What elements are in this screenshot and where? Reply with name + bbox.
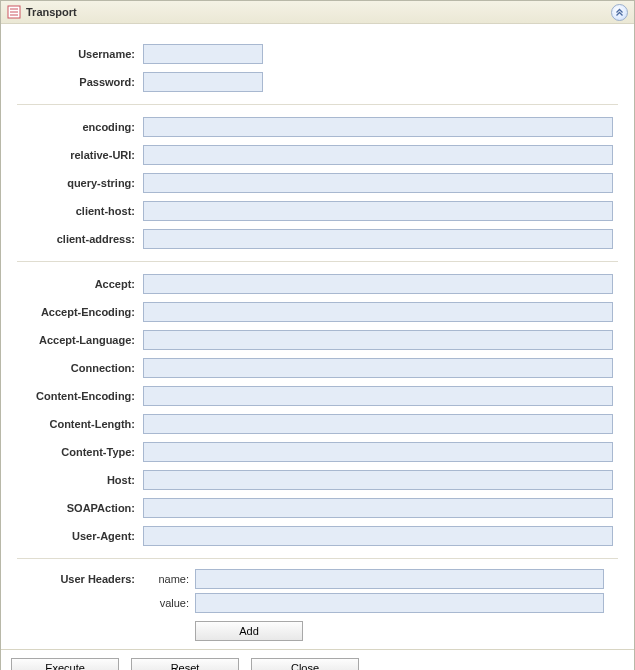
- client-host-label: client-host:: [11, 205, 143, 217]
- transport-panel: Transport Username: Password: encoding: …: [0, 0, 635, 670]
- password-input[interactable]: [143, 72, 263, 92]
- accept-label: Accept:: [11, 278, 143, 290]
- user-agent-label: User-Agent:: [11, 530, 143, 542]
- user-headers-label: User Headers:: [11, 569, 143, 641]
- content-encoding-input[interactable]: [143, 386, 613, 406]
- content-length-input[interactable]: [143, 414, 613, 434]
- soap-action-label: SOAPAction:: [11, 502, 143, 514]
- client-host-input[interactable]: [143, 201, 613, 221]
- query-string-label: query-string:: [11, 177, 143, 189]
- accept-encoding-input[interactable]: [143, 302, 613, 322]
- username-input[interactable]: [143, 44, 263, 64]
- accept-input[interactable]: [143, 274, 613, 294]
- panel-title: Transport: [26, 6, 611, 18]
- client-address-label: client-address:: [11, 233, 143, 245]
- content-type-label: Content-Type:: [11, 446, 143, 458]
- content-type-input[interactable]: [143, 442, 613, 462]
- soap-action-input[interactable]: [143, 498, 613, 518]
- panel-header: Transport: [1, 1, 634, 24]
- panel-body: Username: Password: encoding: relative-U…: [1, 24, 634, 649]
- content-encoding-label: Content-Encoding:: [11, 390, 143, 402]
- username-label: Username:: [11, 48, 143, 60]
- relative-uri-input[interactable]: [143, 145, 613, 165]
- user-header-name-label: name:: [143, 573, 195, 585]
- query-string-input[interactable]: [143, 173, 613, 193]
- user-agent-input[interactable]: [143, 526, 613, 546]
- execute-button[interactable]: Execute: [11, 658, 119, 670]
- divider: [17, 261, 618, 262]
- bottom-toolbar: Execute Reset Close: [1, 649, 634, 670]
- connection-input[interactable]: [143, 358, 613, 378]
- connection-label: Connection:: [11, 362, 143, 374]
- accept-language-label: Accept-Language:: [11, 334, 143, 346]
- add-button[interactable]: Add: [195, 621, 303, 641]
- user-header-name-input[interactable]: [195, 569, 604, 589]
- password-label: Password:: [11, 76, 143, 88]
- host-label: Host:: [11, 474, 143, 486]
- user-header-value-input[interactable]: [195, 593, 604, 613]
- accept-encoding-label: Accept-Encoding:: [11, 306, 143, 318]
- transport-icon: [7, 5, 21, 19]
- relative-uri-label: relative-URI:: [11, 149, 143, 161]
- user-header-value-label: value:: [143, 597, 195, 609]
- reset-button[interactable]: Reset: [131, 658, 239, 670]
- content-length-label: Content-Length:: [11, 418, 143, 430]
- client-address-input[interactable]: [143, 229, 613, 249]
- accept-language-input[interactable]: [143, 330, 613, 350]
- encoding-input[interactable]: [143, 117, 613, 137]
- collapse-icon[interactable]: [611, 4, 628, 21]
- divider: [17, 558, 618, 559]
- divider: [17, 104, 618, 105]
- host-input[interactable]: [143, 470, 613, 490]
- encoding-label: encoding:: [11, 121, 143, 133]
- close-button[interactable]: Close: [251, 658, 359, 670]
